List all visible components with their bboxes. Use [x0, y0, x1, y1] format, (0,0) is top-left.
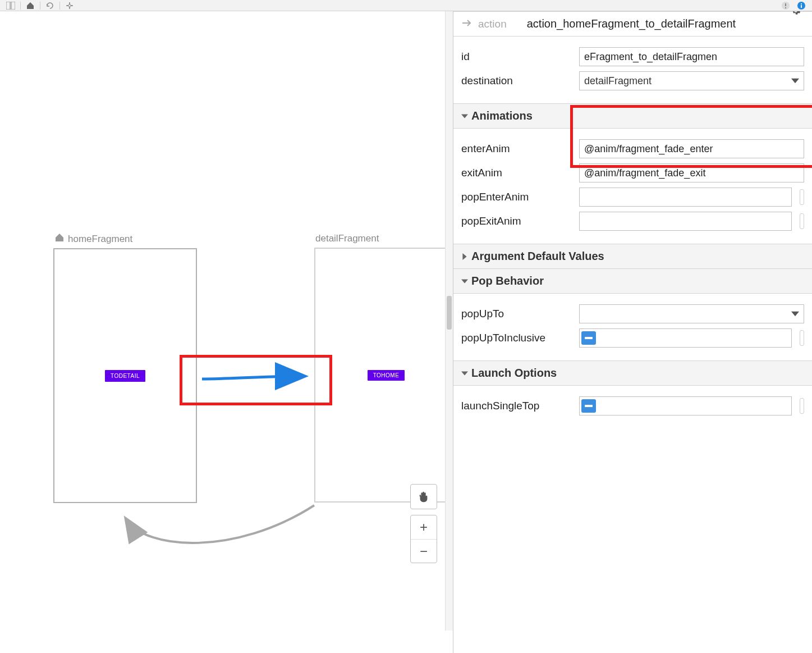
attributes-panel: Attributes action action_homeFragment_to… — [453, 11, 812, 653]
zoom-group: + − — [410, 515, 437, 563]
top-toolbar — [0, 0, 812, 11]
highlight-animations — [570, 105, 812, 168]
svg-rect-7 — [801, 3, 802, 4]
action-title-row: action action_homeFragment_to_detailFrag… — [453, 11, 812, 36]
fragment-label: detailFragment — [315, 233, 379, 244]
action-name: action_homeFragment_to_detailFragment — [527, 17, 736, 30]
fragment-header: detailFragment — [314, 233, 453, 244]
prop-row-destination: destination detailFragment — [461, 71, 804, 90]
home-icon[interactable] — [24, 1, 36, 11]
main-area: homeFragment TODETAIL detailFragment TOH… — [0, 11, 812, 653]
prop-label: launchSingleTop — [461, 400, 574, 412]
fragment-label: homeFragment — [68, 234, 132, 245]
svg-rect-3 — [785, 3, 786, 6]
chevron-down-icon — [791, 77, 799, 85]
chevron-down-icon — [461, 113, 468, 120]
scrollbar-thumb[interactable] — [447, 296, 452, 330]
prop-label: enterAnim — [461, 143, 574, 155]
chevron-down-icon — [461, 278, 468, 285]
popenteranim-input[interactable] — [579, 188, 792, 207]
section-title: Argument Default Values — [471, 250, 604, 263]
prop-label: popUpToInclusive — [461, 332, 574, 344]
prop-label: popExitAnim — [461, 215, 574, 227]
prop-label: popUpTo — [461, 308, 574, 320]
section-launchoptions[interactable]: Launch Options — [453, 361, 812, 386]
section-title: Pop Behavior — [471, 275, 544, 287]
chevron-down-icon — [461, 370, 468, 377]
sparkle-icon[interactable] — [63, 1, 76, 11]
prop-row-id: id — [461, 47, 804, 66]
fragment-home[interactable]: homeFragment TODETAIL — [53, 233, 197, 503]
animations-props: enterAnim exitAnim popEnterAnim popExitA… — [453, 129, 812, 244]
svg-rect-1 — [11, 2, 15, 10]
prop-row-popuptoinclusive: popUpToInclusive — [461, 328, 804, 348]
fragment-button: TOHOME — [368, 370, 405, 381]
fragment-detail[interactable]: detailFragment TOHOME — [314, 233, 453, 503]
indeterminate-checkbox[interactable] — [581, 331, 596, 345]
launch-props: launchSingleTop — [453, 386, 812, 428]
more-indicator-icon[interactable] — [800, 330, 804, 346]
prop-label: id — [461, 51, 574, 63]
svg-rect-4 — [785, 7, 786, 8]
highlight-action-arrow — [180, 355, 332, 405]
hand-icon — [418, 491, 430, 503]
prop-row-launchsingletop: launchSingleTop — [461, 396, 804, 415]
more-indicator-icon[interactable] — [800, 398, 804, 414]
popupto-inclusive-field[interactable] — [579, 328, 792, 348]
pan-button[interactable] — [410, 484, 437, 509]
layout-icon[interactable] — [4, 1, 17, 11]
start-destination-icon — [54, 233, 65, 245]
action-type-label: action — [478, 18, 507, 30]
canvas-scrollbar[interactable] — [445, 11, 453, 631]
fragment-preview[interactable]: TOHOME — [314, 248, 453, 503]
info-icon[interactable] — [795, 1, 808, 11]
chevron-right-icon — [461, 253, 468, 260]
prop-label: destination — [461, 75, 574, 87]
popupto-select[interactable] — [579, 304, 804, 323]
popexitanim-input[interactable] — [579, 212, 792, 231]
launchsingletop-field[interactable] — [579, 396, 792, 415]
zoom-controls: + − — [410, 484, 437, 563]
section-title: Animations — [471, 109, 533, 122]
refresh-icon[interactable] — [44, 1, 56, 11]
gear-icon — [791, 11, 801, 16]
prop-label: exitAnim — [461, 167, 574, 179]
fragment-preview[interactable]: TODETAIL — [53, 248, 197, 503]
prop-row-popexitanim: popExitAnim — [461, 212, 804, 231]
warning-icon[interactable] — [779, 1, 792, 11]
prop-row-popenteranim: popEnterAnim — [461, 188, 804, 207]
zoom-in-button[interactable]: + — [411, 515, 437, 539]
chevron-down-icon — [791, 310, 799, 318]
indeterminate-checkbox[interactable] — [581, 399, 596, 413]
section-argdefaults[interactable]: Argument Default Values — [453, 244, 812, 269]
popbehavior-props: popUpTo popUpToInclusive — [453, 294, 812, 361]
destination-select[interactable]: detailFragment — [579, 71, 804, 90]
prop-label: popEnterAnim — [461, 191, 574, 203]
basic-props: id destination detailFragment — [453, 36, 812, 104]
more-indicator-icon[interactable] — [800, 189, 804, 205]
svg-rect-6 — [801, 5, 802, 8]
section-title: Launch Options — [471, 367, 557, 380]
select-value: detailFragment — [584, 75, 652, 87]
toolbar-separator — [20, 2, 21, 10]
fragment-header: homeFragment — [53, 233, 197, 245]
prop-row-popupto: popUpTo — [461, 304, 804, 323]
id-input[interactable] — [579, 47, 804, 66]
action-arrow-icon — [461, 19, 472, 29]
panel-title: Attributes — [461, 11, 504, 13]
zoom-out-button[interactable]: − — [411, 539, 437, 563]
more-indicator-icon[interactable] — [800, 213, 804, 229]
settings-button[interactable] — [790, 11, 802, 17]
section-popbehavior[interactable]: Pop Behavior — [453, 269, 812, 294]
toolbar-separator — [40, 2, 40, 10]
fragment-button: TODETAIL — [105, 370, 145, 382]
svg-rect-0 — [6, 2, 10, 10]
toolbar-separator — [59, 2, 60, 10]
nav-graph-canvas[interactable]: homeFragment TODETAIL detailFragment TOH… — [0, 11, 453, 653]
